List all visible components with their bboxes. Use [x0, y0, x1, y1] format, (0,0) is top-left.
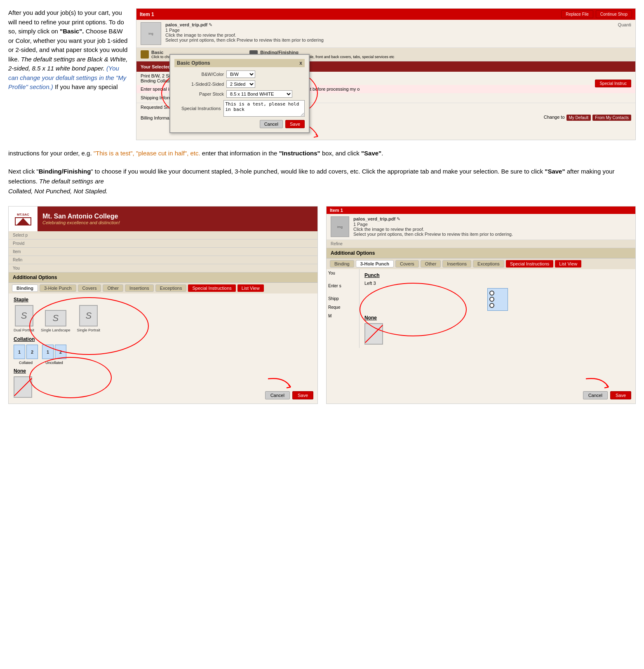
sided-select[interactable]: 2 Sided 1 Sided — [226, 80, 255, 88]
bss-item-bar: Item 1 — [327, 207, 635, 214]
top-screenshot: Item 1 Replace File Continue Shop img pa… — [136, 8, 636, 140]
bss-tab-binding[interactable]: Binding — [330, 260, 354, 268]
uncollated-group[interactable]: 1 2 Uncollated — [42, 345, 66, 365]
collation-section: Collation 1 2 Collated 1 2 — [14, 336, 313, 365]
college-header: MT.SAC Mt. San Antonio College Celebrati… — [9, 207, 317, 231]
bind-bold2: "Save" — [545, 168, 565, 175]
sided-label: 1-Sided/2-Sided — [174, 82, 224, 87]
collated-label: Collated — [14, 361, 38, 365]
bss-item-content: img palos_verd_trip.pdf ✎ 1 Page Click t… — [327, 214, 635, 240]
collated-group[interactable]: 1 2 Collated — [14, 345, 38, 365]
from-contacts-btn2[interactable]: From My Contacts — [592, 115, 631, 121]
inst-bold1: "Instructions" — [279, 150, 320, 157]
lbss-item-area: Item — [9, 248, 317, 256]
bss-m-strip: M — [328, 314, 357, 318]
binding-para: Next click "Binding/Finishing" to choose… — [8, 167, 636, 196]
bss-filename: palos_verd_trip.pdf — [353, 216, 395, 221]
staple-dual-portrait[interactable]: S Dual Portrait — [14, 305, 34, 332]
staple-single-portrait[interactable]: S Single Portrait — [77, 305, 101, 332]
cancel-btn-left[interactable]: Cancel — [265, 391, 290, 399]
bss-item-label: Item 1 — [330, 208, 343, 213]
bss-file-info: palos_verd_trip.pdf ✎ 1 Page Click the i… — [353, 216, 513, 237]
bss-select-text: Select your print options, then click Pr… — [353, 232, 513, 237]
bss-additional-options: Additional Options — [327, 248, 635, 258]
bw-color-label: B&W/Color — [174, 72, 224, 77]
bottom-left-cancel-save: Cancel Save — [265, 391, 313, 399]
page-count: 1 Page — [165, 28, 324, 33]
bss-refine-label: Refine — [331, 242, 343, 246]
bottom-left-screenshot: MT.SAC Mt. San Antonio College Celebrati… — [8, 206, 318, 404]
paper-label: Paper Stock — [174, 92, 224, 96]
bind-italic1: The default settings are — [39, 178, 104, 185]
college-main-title: Mt. San Antonio College — [42, 213, 120, 220]
bss-tab-3hole[interactable]: 3-Hole Punch — [356, 260, 394, 268]
college-subtitle: Celebrating excellence and distinction! — [42, 220, 120, 225]
punch-option[interactable] — [364, 288, 630, 311]
collation-options: 1 2 Collated 1 2 Uncollated — [14, 345, 313, 365]
lbss-cart-area: Select p — [9, 231, 317, 239]
replace-file-btn[interactable]: Replace File — [561, 10, 593, 18]
item-info-row: img palos_verd_trip.pdf ✎ 1 Page Click t… — [136, 20, 635, 48]
continue-shop-btn[interactable]: Continue Shop — [596, 10, 632, 18]
tab-3hole[interactable]: 3-Hole Punch — [40, 284, 76, 292]
tab-binding[interactable]: Binding — [12, 284, 38, 292]
modal-close-icon[interactable]: x — [299, 60, 302, 66]
modal-title: Basic Options — [177, 60, 210, 66]
basic-options-modal: Basic Options x B&W/Color B/W Color 1-Si… — [169, 54, 310, 133]
page1b: 1 — [42, 345, 54, 359]
punch-hole-2 — [489, 297, 494, 302]
college-logo: MT.SAC — [9, 207, 38, 231]
change-to-label: Change to — [544, 115, 565, 121]
bss-tab-covers[interactable]: Covers — [395, 260, 419, 268]
basic-bold: "Basic". — [60, 28, 84, 35]
dual-portrait-label: Dual Portrait — [14, 328, 34, 332]
bss-tabs: Binding 3-Hole Punch Covers Other Insert… — [327, 258, 635, 269]
cancel-button[interactable]: Cancel — [260, 120, 283, 128]
special-instruc-btn[interactable]: Special Instruc — [595, 80, 631, 87]
my-default-btn2[interactable]: My Default — [566, 115, 591, 121]
save-button[interactable]: Save — [285, 120, 305, 128]
bss-requ-strip: Reque — [328, 305, 357, 310]
bss-list-view-btn[interactable]: List View — [555, 260, 581, 268]
lbss-your-area: You — [9, 264, 317, 272]
sided-row: 1-Sided/2-Sided 2 Sided 1 Sided — [174, 80, 305, 88]
bind-part2: " to choose if you would like your docum… — [91, 168, 545, 175]
single-landscape-thumb: S — [45, 310, 66, 326]
bw-color-select[interactable]: B/W Color — [226, 70, 255, 78]
punch-thumb — [487, 288, 508, 311]
none-thumb[interactable] — [14, 376, 32, 398]
bss-ship-strip: Shipp — [328, 296, 357, 301]
staple-single-landscape[interactable]: S Single Landscape — [41, 310, 71, 332]
left-instruction-text: After you add your job(s) to your cart, … — [8, 8, 128, 140]
staple-label: Staple — [14, 297, 313, 303]
modal-buttons: Cancel Save — [174, 120, 305, 128]
bss-pages: 1 Page — [353, 222, 513, 227]
quantity-label: Quanti — [618, 22, 631, 27]
punch-hole-1 — [489, 291, 494, 296]
bss-none-thumb[interactable] — [364, 323, 383, 345]
punch-label: Punch — [364, 272, 630, 278]
save-btn-left[interactable]: Save — [292, 391, 313, 399]
bind-part1: Next click " — [8, 168, 39, 175]
single-portrait-thumb: S — [79, 305, 98, 326]
bss-you-strip: You — [328, 271, 357, 275]
bw-color-row: B&W/Color B/W Color — [174, 70, 305, 78]
ss-top-bar: Item 1 Replace File Continue Shop — [136, 9, 635, 20]
bss-tab-insertions[interactable]: Insertions — [442, 260, 471, 268]
paper-select[interactable]: 8.5 x 11 Bond WHITE — [226, 90, 292, 98]
tab-other[interactable]: Other — [103, 284, 123, 292]
save-btn-right[interactable]: Save — [610, 391, 631, 399]
bss-main-area: You Enter s Shipp Reque M Punch Left 3 — [327, 269, 635, 348]
tab-covers[interactable]: Covers — [78, 284, 101, 292]
cancel-btn-right[interactable]: Cancel — [583, 391, 608, 399]
tab-insertions[interactable]: Insertions — [125, 284, 154, 292]
bss-tab-exceptions[interactable]: Exceptions — [473, 260, 504, 268]
inst-part1: instructions for your order, e.g. — [8, 150, 94, 157]
special-instructions-btn[interactable]: Special Instructions — [188, 284, 235, 292]
bss-tab-other[interactable]: Other — [421, 260, 441, 268]
tab-exceptions[interactable]: Exceptions — [155, 284, 187, 292]
list-view-btn[interactable]: List View — [237, 284, 264, 292]
special-inst-textarea[interactable]: This is a test, please hold in back — [223, 100, 305, 117]
bss-special-instructions-btn[interactable]: Special Instructions — [506, 260, 553, 268]
punch-sub-label: Left 3 — [364, 281, 630, 286]
